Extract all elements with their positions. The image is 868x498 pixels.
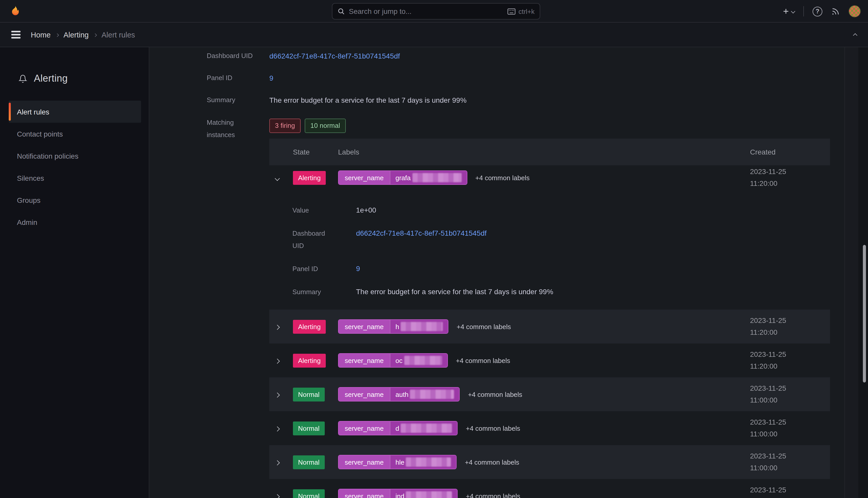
state-badge: Normal <box>293 489 325 498</box>
menu-toggle-button[interactable] <box>11 29 22 40</box>
sidebar-item-contact-points[interactable]: Contact points <box>9 123 141 145</box>
detail-field-dashboard-uid: Dashboard UID d66242cf-71e8-417c-8ef7-51… <box>293 227 830 252</box>
chevron-right-icon <box>275 358 280 364</box>
label-pill: server_name ind <box>338 489 458 498</box>
breadcrumb-bar: Home Alerting Alert rules <box>0 23 868 47</box>
chevron-right-icon <box>275 325 280 330</box>
label-value: ind <box>390 489 457 498</box>
redacted-value <box>401 322 443 331</box>
expand-row-button[interactable] <box>273 422 281 434</box>
sidebar-item-groups[interactable]: Groups <box>9 189 141 211</box>
instances-table: State Labels Created Alerting server_nam… <box>269 139 830 498</box>
expand-row-button[interactable] <box>273 320 281 332</box>
normal-count-badge: 10 normal <box>305 119 346 133</box>
label-pill: server_name d <box>338 421 458 435</box>
add-new-button[interactable] <box>782 7 795 15</box>
breadcrumb-home[interactable]: Home <box>31 30 51 39</box>
search-placeholder: Search or jump to... <box>349 7 507 15</box>
detail-field-summary: Summary The error budget for a service f… <box>207 94 868 106</box>
chevron-right-icon <box>55 33 59 37</box>
detail-field-summary: Summary The error budget for a service f… <box>293 286 830 298</box>
dashboard-uid-link[interactable]: d66242cf-71e8-417c-8ef7-51b0741545df <box>269 52 400 60</box>
sidebar-item-alert-rules[interactable]: Alert rules <box>9 101 141 123</box>
label-key: server_name <box>339 455 390 469</box>
table-header: State Labels Created <box>269 139 830 165</box>
label-value: h <box>390 320 448 333</box>
scrollbar-thumb[interactable] <box>863 245 866 382</box>
summary-text: The error budget for a service for the l… <box>356 286 830 298</box>
chevron-right-icon <box>275 494 280 498</box>
plus-icon <box>782 7 790 15</box>
expand-row-button[interactable] <box>273 389 281 400</box>
label-pill: server_name auth <box>338 387 460 402</box>
panel-id-link[interactable]: 9 <box>269 74 273 82</box>
user-avatar[interactable] <box>849 5 861 17</box>
instance-row: Alerting server_name oc +4 common labels… <box>269 343 830 377</box>
detail-field-value: Value 1e+00 <box>293 204 830 217</box>
sidebar: Alerting Alert rules Contact points Noti… <box>0 47 149 498</box>
sidebar-item-silences[interactable]: Silences <box>9 167 141 189</box>
sidebar-item-admin[interactable]: Admin <box>9 211 141 233</box>
search-shortcut: ctrl+k <box>518 8 534 15</box>
redacted-value <box>406 457 451 467</box>
breadcrumb: Home Alerting Alert rules <box>31 30 135 39</box>
sidebar-section-title[interactable]: Alerting <box>0 72 149 85</box>
state-badge: Alerting <box>293 171 326 185</box>
rss-icon <box>831 7 840 16</box>
common-labels-text: +4 common labels <box>465 458 519 466</box>
instance-row: Normal server_name auth +4 common labels… <box>269 377 830 411</box>
active-indicator <box>9 103 11 121</box>
search-input[interactable]: Search or jump to... ctrl+k <box>332 3 540 19</box>
news-feed-button[interactable] <box>831 7 840 16</box>
instance-row: Normal server_name d +4 common labels 20… <box>269 411 830 445</box>
label-value: auth <box>390 388 459 401</box>
label-value: grafa <box>390 171 466 184</box>
sidebar-nav: Alert rules Contact points Notification … <box>0 101 149 233</box>
label-key: server_name <box>339 421 390 435</box>
detail-field-panel-id: Panel ID 9 <box>207 73 868 84</box>
header-labels: Labels <box>338 148 750 156</box>
expand-row-button[interactable] <box>273 456 281 468</box>
created-cell: 2023-11-2511:00:00 <box>750 484 830 498</box>
help-button[interactable]: ? <box>813 6 822 16</box>
search-icon <box>338 8 345 15</box>
expand-row-button[interactable] <box>273 490 281 498</box>
detail-field-panel-id: Panel ID 9 <box>293 263 830 275</box>
instance-row: Normal server_name hle +4 common labels … <box>269 445 830 479</box>
dashboard-uid-link[interactable]: d66242cf-71e8-417c-8ef7-51b0741545df <box>356 229 487 237</box>
toolbar-divider <box>803 6 804 16</box>
sidebar-item-notification-policies[interactable]: Notification policies <box>9 145 141 167</box>
state-badge: Alerting <box>293 353 326 367</box>
matching-instances-section: Matching instances 3 firing 10 normal St… <box>207 117 868 498</box>
panel-id-link[interactable]: 9 <box>356 264 360 273</box>
label-pill: server_name h <box>338 319 448 334</box>
bell-icon <box>18 74 27 83</box>
chevron-up-icon <box>853 34 857 38</box>
state-badge: Normal <box>293 455 325 469</box>
label-key: server_name <box>339 171 390 184</box>
state-badge: Alerting <box>293 319 326 333</box>
state-summary-chips: 3 firing 10 normal <box>269 119 868 133</box>
header-created: Created <box>750 148 830 156</box>
firing-count-badge: 3 firing <box>269 119 301 133</box>
redacted-value <box>406 491 452 498</box>
label-key: server_name <box>339 320 390 333</box>
created-cell: 2023-11-2511:20:00 <box>750 315 830 338</box>
common-labels-text: +4 common labels <box>456 356 510 364</box>
expand-row-button[interactable] <box>273 354 281 366</box>
label-pill: server_name hle <box>338 455 457 469</box>
grafana-logo-icon[interactable] <box>9 5 22 17</box>
label-pill: server_name grafa <box>338 170 467 185</box>
instance-row: Alerting server_name h +4 common labels … <box>269 310 830 343</box>
created-cell: 2023-11-2511:20:00 <box>750 349 830 372</box>
summary-text: The error budget for a service for the l… <box>269 94 868 106</box>
common-labels-text: +4 common labels <box>457 323 511 330</box>
breadcrumb-alerting[interactable]: Alerting <box>63 30 89 39</box>
label-key: server_name <box>339 489 390 498</box>
grafana-app: Search or jump to... ctrl+k <box>0 0 868 498</box>
redacted-value <box>410 390 454 399</box>
created-cell: 2023-11-2511:20:00 <box>750 166 830 189</box>
top-bar: Search or jump to... ctrl+k <box>0 0 868 23</box>
collapse-row-button[interactable] <box>273 172 281 184</box>
collapse-panel-button[interactable] <box>854 31 857 39</box>
